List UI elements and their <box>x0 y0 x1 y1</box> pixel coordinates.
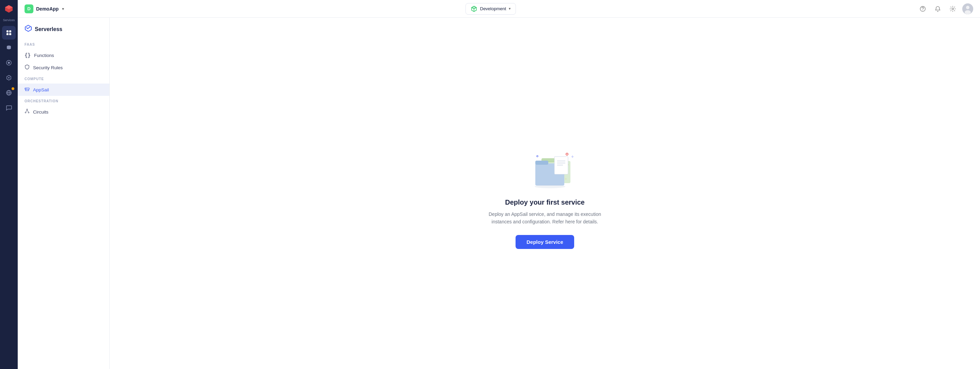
header-left: D DemoApp ▾ <box>24 5 64 13</box>
settings-button[interactable] <box>947 3 958 14</box>
appsail-icon <box>24 86 30 93</box>
icon-rail: Services <box>0 0 18 369</box>
empty-illustration: + + <box>514 138 576 189</box>
svg-text:+: + <box>571 154 574 159</box>
services-label: Services <box>3 18 15 22</box>
header-center: Development ▾ <box>64 3 917 15</box>
sidebar-item-circuits-label: Circuits <box>33 109 48 115</box>
environment-chevron-icon: ▾ <box>509 6 511 11</box>
security-rules-icon <box>24 64 30 70</box>
sidebar-brand-name: Serverless <box>35 26 62 32</box>
svg-rect-3 <box>9 33 11 35</box>
environment-label: Development <box>480 6 506 11</box>
serverless-brand-icon <box>24 24 32 34</box>
section-label-compute: COMPUTE <box>18 77 110 83</box>
svg-line-25 <box>26 110 27 112</box>
svg-point-6 <box>8 62 10 64</box>
svg-point-41 <box>535 185 565 188</box>
svg-line-26 <box>27 110 29 112</box>
svg-point-13 <box>952 8 954 10</box>
sidebar-item-appsail[interactable]: AppSail <box>18 83 110 96</box>
svg-rect-36 <box>535 161 548 165</box>
user-avatar[interactable] <box>962 3 973 14</box>
svg-point-22 <box>27 109 28 110</box>
svg-point-7 <box>8 77 10 78</box>
svg-rect-2 <box>6 33 8 35</box>
section-label-orchestration: ORCHESTRATION <box>18 99 110 106</box>
help-button[interactable] <box>917 3 928 14</box>
sidebar-item-functions-label: Functions <box>34 53 54 58</box>
main-layout: Serverless FAAS {} Functions Security Ru… <box>18 18 980 369</box>
sidebar: Serverless FAAS {} Functions Security Ru… <box>18 18 110 369</box>
rail-item-functions[interactable] <box>2 56 16 70</box>
svg-point-12 <box>923 10 923 11</box>
sidebar-item-appsail-label: AppSail <box>33 87 49 93</box>
logo-icon <box>3 3 14 14</box>
rail-item-globe[interactable] <box>2 86 16 100</box>
sidebar-item-functions[interactable]: {} Functions <box>18 49 110 61</box>
functions-icon: {} <box>24 52 31 58</box>
rail-item-database[interactable] <box>2 41 16 54</box>
app-badge: D <box>24 5 33 13</box>
svg-rect-0 <box>6 30 8 32</box>
sidebar-item-circuits[interactable]: Circuits <box>18 106 110 118</box>
svg-point-27 <box>566 153 568 155</box>
rail-item-serverless[interactable] <box>2 71 16 85</box>
sidebar-item-security-rules[interactable]: Security Rules <box>18 61 110 73</box>
rail-item-chat[interactable] <box>2 101 16 115</box>
circuits-icon <box>24 109 30 115</box>
svg-point-24 <box>28 112 29 113</box>
notifications-button[interactable] <box>932 3 943 14</box>
environment-selector[interactable]: Development ▾ <box>466 3 516 15</box>
header-right <box>917 3 973 14</box>
header: D DemoApp ▾ Development ▾ <box>18 0 980 18</box>
main-content: + + Deploy your first se <box>110 18 980 369</box>
section-label-faas: FAAS <box>18 43 110 49</box>
svg-point-16 <box>965 10 971 14</box>
sidebar-item-security-rules-label: Security Rules <box>33 65 63 70</box>
sidebar-brand: Serverless <box>18 24 110 40</box>
svg-point-15 <box>966 6 969 9</box>
svg-rect-37 <box>554 157 568 174</box>
svg-point-28 <box>537 155 538 157</box>
svg-rect-1 <box>9 30 11 32</box>
svg-rect-17 <box>25 88 29 89</box>
environment-icon <box>471 5 477 12</box>
app-name: DemoApp <box>36 6 59 11</box>
empty-state-description: Deploy an AppSail service, and manage it… <box>487 211 603 226</box>
rail-item-services[interactable] <box>2 26 16 40</box>
deploy-service-button[interactable]: Deploy Service <box>515 235 574 249</box>
empty-state: + + Deploy your first se <box>480 124 609 263</box>
svg-point-23 <box>25 112 26 113</box>
empty-state-title: Deploy your first service <box>505 198 584 206</box>
